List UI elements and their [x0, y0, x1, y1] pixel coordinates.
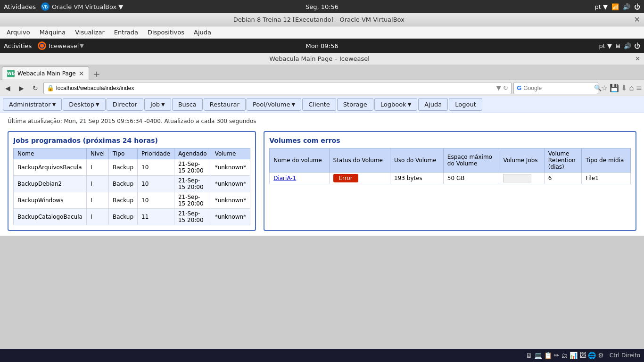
address-input[interactable]: [56, 85, 496, 91]
vbox-titlebar: Debian 8 Treina 12 [Executando] - Oracle…: [0, 13, 644, 26]
nav-director[interactable]: Director: [107, 98, 143, 111]
nav-job[interactable]: Job▼: [144, 98, 171, 111]
nav-logout[interactable]: Logout: [449, 98, 482, 111]
vbox-menu-dispositivos[interactable]: Dispositivos: [143, 27, 189, 37]
browser-titlebar-close[interactable]: ✕: [635, 55, 640, 62]
nav-pool-volume[interactable]: Pool/Volume▼: [247, 98, 301, 111]
taskbar-icon-3[interactable]: 📋: [544, 352, 552, 359]
iceweasel-power-icon[interactable]: ⏻: [634, 42, 640, 49]
vbox-title: Debian 8 Treina 12 [Executando] - Oracle…: [4, 16, 634, 23]
taskbar-icon-6[interactable]: 📊: [570, 352, 578, 359]
vbox-menubar: Arquivo Máquina Visualizar Entrada Dispo…: [0, 26, 644, 39]
bookmark-icon[interactable]: ☆: [601, 83, 608, 92]
col-nivel: Nível: [86, 148, 108, 159]
iceweasel-logo-icon: [37, 41, 47, 50]
table-row: DiariA-1Error193 bytes50 GB6File1: [270, 173, 631, 184]
ctrl-direito-label: Ctrl Direito: [610, 352, 640, 359]
vbox-menu-visualizar[interactable]: Visualizar: [70, 27, 109, 37]
table-row: BackupWindowsIBackup1021-Sep-15 20:00*un…: [14, 192, 250, 209]
webacula-content: Última atualização: Mon, 21 Sep 2015 09:…: [0, 113, 644, 236]
taskbar-icon-1[interactable]: 🖥: [526, 352, 532, 359]
volumes-table: Nome do volume Status do Volume Uso do V…: [269, 148, 631, 184]
vbox-menu-arquivo[interactable]: Arquivo: [2, 27, 35, 37]
nav-cliente[interactable]: Cliente: [302, 98, 336, 111]
nav-administrator[interactable]: Administrator▼: [3, 98, 62, 111]
iceweasel-right-icons: pt ▼ 🖥 🔊 ⏻: [599, 42, 640, 49]
address-reload-icon[interactable]: ↻: [503, 84, 508, 91]
vcol-retention: VolumeRetention(dias): [544, 148, 581, 173]
nav-logbook[interactable]: Logbook▼: [374, 98, 418, 111]
browser-tabbar: Wb Webacula Main Page ✕ +: [0, 65, 644, 80]
browser-titlebar: Webacula Main Page – Iceweasel ✕: [0, 53, 644, 65]
taskbar-icon-7[interactable]: 🖼: [579, 352, 586, 359]
vbox-logo: VB: [41, 2, 50, 11]
google-icon: G: [517, 84, 522, 91]
taskbar-icon-2[interactable]: 💻: [534, 352, 542, 359]
webacula-nav: Administrator▼ Desktop▼ Director Job▼ Bu…: [0, 96, 644, 113]
menu-button[interactable]: ≡: [636, 83, 642, 92]
volume-link[interactable]: DiariA-1: [273, 175, 296, 181]
search-input[interactable]: [523, 85, 594, 91]
vbox-close-button[interactable]: ✕: [634, 15, 640, 24]
nav-busca[interactable]: Busca: [172, 98, 203, 111]
back-button[interactable]: ◀: [2, 83, 14, 93]
jobs-panel: Jobs programados (próximas 24 horas) Nom…: [8, 131, 256, 231]
vbox-menu-maquina[interactable]: Máquina: [35, 27, 71, 37]
vcol-media: Tipo de mídia: [582, 148, 631, 173]
nav-restaurar[interactable]: Restaurar: [204, 98, 246, 111]
gnome-activities-button[interactable]: Atividades: [4, 3, 36, 10]
last-update-text: Última atualização: Mon, 21 Sep 2015 09:…: [8, 118, 636, 124]
table-row: BackupDebian2IBackup1021-Sep-15 20:00*un…: [14, 176, 250, 192]
volumes-panel: Volumes com erros Nome do volume Status …: [264, 131, 636, 231]
lock-icon: 🔒: [47, 84, 54, 91]
gnome-lang[interactable]: pt ▼: [595, 3, 608, 10]
vbox-window: Debian 8 Treina 12 [Executando] - Oracle…: [0, 13, 644, 362]
sound-icon: 🔊: [623, 3, 630, 10]
address-dropdown-icon[interactable]: ▼: [496, 84, 501, 91]
iceweasel-activities-button[interactable]: Activities: [4, 42, 32, 49]
wifi-icon: 📶: [611, 3, 619, 10]
reload-button[interactable]: ↻: [29, 83, 41, 93]
taskbar-icon-4[interactable]: ✏: [554, 352, 560, 359]
jobs-table: Nome Nível Tipo Prioridade Agendado Volu…: [13, 148, 250, 225]
vcol-name: Nome do volume: [270, 148, 329, 173]
gnome-clock: Seg, 10:56: [305, 3, 339, 10]
taskbar-icon-5[interactable]: 🗂: [561, 352, 568, 359]
gnome-app-name[interactable]: Oracle VM VirtualBox ▼: [52, 3, 123, 10]
vcol-jobs: Volume Jobs: [499, 148, 544, 173]
col-agendado: Agendado: [174, 148, 211, 159]
vbox-menu-entrada[interactable]: Entrada: [109, 27, 143, 37]
address-bar-wrap: 🔒 ▼ ↻: [43, 82, 512, 94]
forward-button[interactable]: ▶: [16, 83, 27, 93]
iceweasel-display-icon: 🖥: [615, 42, 621, 49]
taskbar-icon-9[interactable]: ⚙: [598, 352, 604, 359]
vbox-menu-ajuda[interactable]: Ajuda: [189, 27, 216, 37]
nav-desktop[interactable]: Desktop▼: [63, 98, 105, 111]
power-icon[interactable]: ⏻: [634, 3, 640, 10]
iceweasel-dropdown-icon[interactable]: ▼: [80, 43, 83, 49]
save-icon[interactable]: 💾: [610, 83, 619, 92]
browser-tab-webacula[interactable]: Wb Webacula Main Page ✕: [2, 66, 89, 80]
taskbar-icon-8[interactable]: 🌐: [588, 352, 596, 359]
home-button[interactable]: ⌂: [629, 83, 634, 92]
col-tipo: Tipo: [109, 148, 138, 159]
col-volume: Volume: [211, 148, 250, 159]
tab-label: Webacula Main Page: [17, 70, 76, 77]
col-nome: Nome: [14, 148, 87, 159]
col-prioridade: Prioridade: [138, 148, 174, 159]
new-tab-button[interactable]: +: [89, 68, 104, 80]
iceweasel-app-name[interactable]: Iceweasel: [49, 42, 79, 49]
taskbar-bottom: 🖥 💻 📋 ✏ 🗂 📊 🖼 🌐 ⚙ Ctrl Direito: [0, 349, 644, 362]
vcol-max: Espaço máximodo Volume: [443, 148, 499, 173]
volumes-panel-title: Volumes com erros: [269, 137, 631, 144]
panels-row: Jobs programados (próximas 24 horas) Nom…: [8, 131, 636, 231]
tab-close-button[interactable]: ✕: [79, 70, 84, 77]
nav-storage[interactable]: Storage: [337, 98, 373, 111]
iceweasel-lang[interactable]: pt ▼: [599, 42, 612, 49]
vcol-usage: Uso do Volume: [390, 148, 444, 173]
browser-title: Webacula Main Page – Iceweasel: [4, 55, 635, 62]
table-row: BackupArquivosBaculaIBackup1021-Sep-15 2…: [14, 159, 250, 176]
nav-ajuda[interactable]: Ajuda: [418, 98, 448, 111]
download-icon[interactable]: ⬇: [621, 83, 627, 92]
iceweasel-topbar: Activities Iceweasel ▼ Mon 09:56 pt ▼ 🖥 …: [0, 39, 644, 53]
